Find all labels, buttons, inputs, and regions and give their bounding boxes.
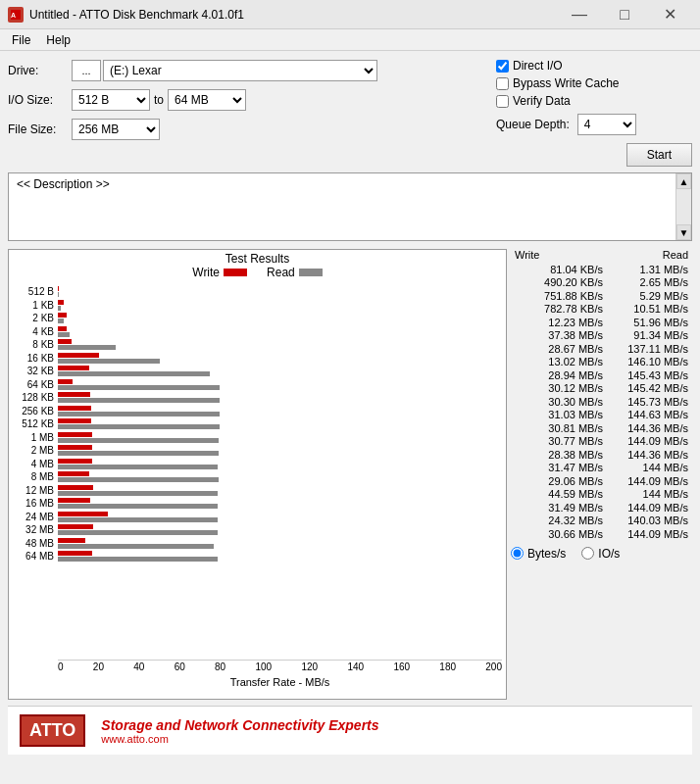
- bar-label: 2 MB: [11, 445, 54, 456]
- read-bar: [58, 318, 64, 323]
- start-button[interactable]: Start: [626, 143, 692, 167]
- write-bar: [58, 300, 64, 305]
- chart-title: Test Results: [9, 252, 506, 266]
- description-scrollbar: ▲ ▼: [675, 173, 691, 240]
- bar-track: [58, 299, 502, 313]
- bar-row: 512 KB: [58, 417, 502, 431]
- bar-track: [58, 352, 502, 366]
- bypass-write-cache-label: Bypass Write Cache: [513, 76, 620, 90]
- bar-track: [58, 365, 502, 378]
- drive-select[interactable]: (E:) Lexar: [103, 60, 377, 81]
- read-bar: [58, 332, 70, 337]
- file-size-row: File Size: 256 MB: [8, 118, 488, 141]
- menu-file[interactable]: File: [4, 31, 38, 49]
- io-radio[interactable]: [581, 547, 594, 560]
- bar-row: 128 KB: [58, 391, 502, 405]
- result-row: 28.67 MB/s137.11 MB/s: [511, 342, 692, 356]
- close-button[interactable]: ✕: [647, 0, 692, 29]
- bar-track: [58, 523, 502, 537]
- write-bar: [58, 418, 91, 423]
- result-row: 31.49 MB/s144.09 MB/s: [511, 501, 692, 514]
- bars-area: 512 B1 KB2 KB4 KB8 KB16 KB32 KB64 KB128 …: [58, 285, 502, 660]
- bar-label: 12 MB: [11, 485, 54, 496]
- result-row: 12.23 MB/s51.96 MB/s: [511, 316, 692, 329]
- write-bar: [58, 392, 90, 397]
- direct-io-row[interactable]: Direct I/O: [496, 59, 692, 73]
- write-bar: [58, 512, 108, 516]
- io-size-from-select[interactable]: 512 B: [72, 89, 150, 111]
- browse-button[interactable]: ...: [72, 60, 101, 81]
- io-radio-item[interactable]: IO/s: [581, 547, 620, 561]
- results-table: Write Read 81.04 KB/s1.31 MB/s490.20 KB/…: [511, 249, 692, 700]
- write-bar: [58, 551, 92, 556]
- verify-data-row[interactable]: Verify Data: [496, 94, 692, 108]
- file-size-label: File Size:: [8, 122, 72, 136]
- queue-depth-select[interactable]: 4: [577, 114, 636, 135]
- maximize-button[interactable]: □: [602, 0, 647, 29]
- right-controls: Direct I/O Bypass Write Cache Verify Dat…: [496, 59, 692, 167]
- queue-depth-label: Queue Depth:: [496, 118, 570, 131]
- result-row: 81.04 KB/s1.31 MB/s: [511, 263, 692, 276]
- footer-main-text: Storage and Network Connectivity Experts: [101, 717, 378, 733]
- result-read: 144.09 MB/s: [605, 435, 688, 447]
- chart-legend: Write Read: [9, 266, 506, 279]
- write-header: Write: [515, 249, 539, 261]
- write-bar: [58, 498, 90, 503]
- bar-row: 2 MB: [58, 444, 502, 458]
- read-bar: [58, 371, 210, 376]
- result-row: 30.30 MB/s145.73 MB/s: [511, 395, 692, 409]
- x-tick: 120: [301, 662, 318, 672]
- result-write: 31.47 MB/s: [515, 462, 603, 473]
- read-bar: [58, 424, 220, 429]
- file-size-select[interactable]: 256 MB: [72, 119, 160, 140]
- read-bar: [58, 465, 218, 469]
- result-write: 37.38 MB/s: [515, 329, 603, 341]
- result-row: 490.20 KB/s2.65 MB/s: [511, 276, 692, 290]
- bar-track: [58, 550, 502, 564]
- bar-row: 8 MB: [58, 470, 502, 484]
- bar-label: 64 KB: [11, 379, 54, 390]
- bypass-write-cache-checkbox[interactable]: [496, 77, 509, 90]
- direct-io-checkbox[interactable]: [496, 60, 509, 73]
- write-bar: [58, 538, 85, 543]
- read-bar: [58, 491, 218, 496]
- x-tick: 0: [58, 662, 64, 672]
- bypass-write-cache-row[interactable]: Bypass Write Cache: [496, 76, 692, 90]
- scroll-down-button[interactable]: ▼: [676, 224, 691, 240]
- result-read: 144.09 MB/s: [605, 528, 688, 540]
- bar-label: 512 KB: [11, 418, 54, 429]
- result-row: 13.02 MB/s146.10 MB/s: [511, 356, 692, 369]
- scroll-up-button[interactable]: ▲: [676, 173, 691, 189]
- write-bar: [58, 339, 72, 344]
- bar-label: 64 MB: [11, 551, 54, 562]
- bar-track: [58, 431, 502, 445]
- result-row: 31.03 MB/s144.63 MB/s: [511, 409, 692, 422]
- direct-io-label: Direct I/O: [513, 59, 563, 73]
- result-row: 30.12 MB/s145.42 MB/s: [511, 382, 692, 396]
- bytes-label: Bytes/s: [527, 547, 566, 561]
- result-write: 44.59 MB/s: [515, 488, 603, 500]
- verify-data-checkbox[interactable]: [496, 95, 509, 108]
- bar-row: 64 KB: [58, 378, 502, 392]
- verify-data-label: Verify Data: [513, 94, 571, 108]
- result-write: 81.04 KB/s: [515, 264, 603, 275]
- bar-row: 4 KB: [58, 325, 502, 339]
- menu-help[interactable]: Help: [38, 31, 78, 49]
- result-write: 24.32 MB/s: [515, 514, 603, 526]
- bar-label: 16 MB: [11, 498, 54, 509]
- minimize-button[interactable]: —: [557, 0, 602, 29]
- bar-label: 8 KB: [11, 339, 54, 350]
- result-read: 1.31 MB/s: [605, 264, 688, 275]
- app-icon: A: [8, 7, 24, 23]
- bar-track: [58, 444, 502, 458]
- read-legend: Read: [267, 266, 323, 279]
- result-read: 137.11 MB/s: [605, 343, 688, 355]
- read-bar: [58, 517, 218, 522]
- result-write: 13.02 MB/s: [515, 356, 603, 368]
- bytes-radio-item[interactable]: Bytes/s: [511, 547, 566, 561]
- bar-row: 1 MB: [58, 431, 502, 445]
- io-size-to-select[interactable]: 64 MB: [168, 89, 246, 111]
- bar-label: 24 MB: [11, 512, 54, 522]
- result-read: 144.36 MB/s: [605, 422, 688, 434]
- bytes-radio[interactable]: [511, 547, 524, 560]
